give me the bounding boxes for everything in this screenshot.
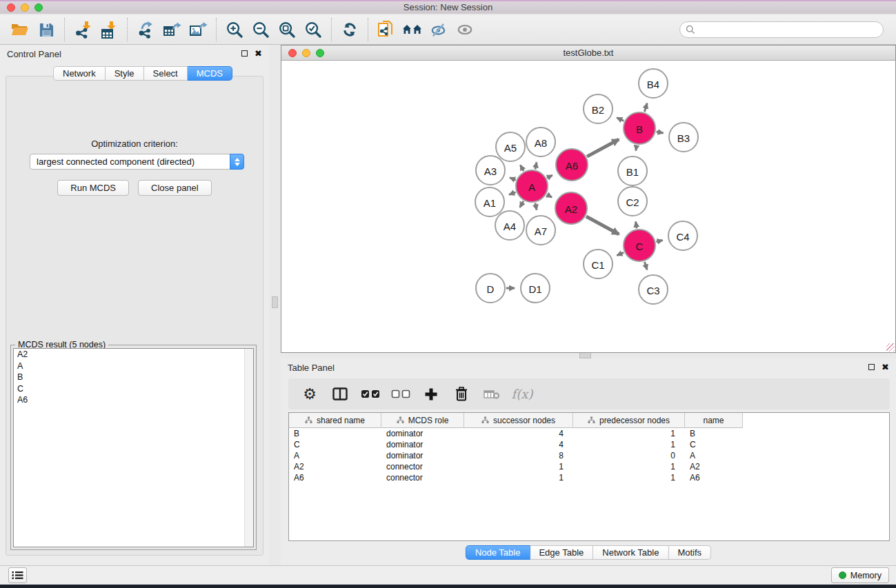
tab-style[interactable]: Style bbox=[106, 66, 144, 81]
show-columns-button[interactable] bbox=[330, 383, 350, 406]
edge-A-A4[interactable] bbox=[520, 201, 524, 207]
list-item[interactable]: A bbox=[14, 361, 253, 372]
tab-mcds[interactable]: MCDS bbox=[188, 66, 232, 81]
mcds-result-list[interactable]: A2 A B C A6 bbox=[13, 348, 254, 547]
column-header-name[interactable]: name bbox=[685, 413, 743, 428]
horizontal-splitter-handle[interactable] bbox=[579, 352, 591, 358]
table-row[interactable]: A dominator 8 0 A bbox=[289, 450, 889, 461]
edge-A-A7[interactable] bbox=[535, 203, 537, 210]
tab-network-table[interactable]: Network Table bbox=[593, 545, 668, 560]
network-minimize-button[interactable] bbox=[302, 49, 310, 57]
table-row[interactable]: A2 connector 1 1 A2 bbox=[289, 461, 889, 472]
show-graphics-button[interactable] bbox=[452, 17, 478, 42]
close-window-button[interactable] bbox=[7, 3, 15, 12]
home-icon bbox=[402, 23, 423, 37]
save-session-button[interactable] bbox=[33, 17, 59, 42]
tab-edge-table[interactable]: Edge Table bbox=[530, 545, 593, 560]
export-image-button[interactable] bbox=[185, 17, 211, 42]
zoom-in-button[interactable] bbox=[221, 17, 248, 42]
column-header-predecessor-nodes[interactable]: predecessor nodes bbox=[573, 413, 685, 428]
trash-icon bbox=[455, 387, 468, 401]
maximize-window-button[interactable] bbox=[34, 3, 43, 12]
network-graph: B4B2BB3B1A5A8A6A3AA1A2C2A4A7C4CC1C3DD1 bbox=[281, 61, 895, 353]
export-table-button[interactable] bbox=[159, 17, 185, 42]
column-header-shared-name[interactable]: shared name bbox=[289, 413, 381, 428]
edge-B-B1[interactable] bbox=[636, 145, 637, 151]
node-label-B2: B2 bbox=[592, 104, 604, 116]
close-panel-icon[interactable]: ✖ bbox=[255, 50, 262, 57]
import-table-button[interactable] bbox=[96, 17, 122, 42]
tab-motifs[interactable]: Motifs bbox=[668, 545, 711, 560]
unselect-all-columns-button[interactable] bbox=[390, 383, 411, 406]
export-network-button[interactable] bbox=[132, 17, 159, 42]
float-panel-icon[interactable] bbox=[241, 50, 248, 57]
optimization-criterion-dropdown[interactable]: largest connected component (directed) bbox=[30, 154, 244, 170]
edge-B-B2[interactable] bbox=[617, 118, 624, 121]
edge-C-C3[interactable] bbox=[645, 262, 648, 270]
edge-C-C1[interactable] bbox=[617, 252, 624, 255]
list-item[interactable]: B bbox=[14, 372, 253, 383]
zoom-out-button[interactable] bbox=[248, 17, 274, 42]
network-window-titlebar[interactable]: testGlobe.txt bbox=[281, 45, 895, 61]
list-item[interactable]: A6 bbox=[14, 394, 253, 406]
network-canvas[interactable]: B4B2BB3B1A5A8A6A3AA1A2C2A4A7C4CC1C3DD1 bbox=[281, 61, 895, 352]
select-all-columns-button[interactable] bbox=[360, 383, 381, 406]
network-close-button[interactable] bbox=[288, 49, 297, 57]
delete-column-button[interactable] bbox=[451, 383, 472, 406]
edge-A6-B[interactable] bbox=[587, 139, 619, 156]
edge-A2-C[interactable] bbox=[586, 216, 619, 234]
edge-A-A2[interactable] bbox=[547, 194, 552, 197]
memory-button[interactable]: Memory bbox=[831, 567, 889, 583]
table-settings-button[interactable]: ⚙ bbox=[299, 383, 320, 406]
close-panel-button[interactable]: Close panel bbox=[138, 180, 212, 196]
list-icon bbox=[12, 571, 23, 580]
tab-node-table[interactable]: Node Table bbox=[466, 545, 530, 560]
refresh-button[interactable] bbox=[337, 17, 363, 42]
network-maximize-button[interactable] bbox=[316, 49, 324, 57]
delete-table-button[interactable] bbox=[481, 383, 502, 406]
import-network-button[interactable] bbox=[70, 17, 96, 42]
edge-C-C2[interactable] bbox=[636, 222, 637, 229]
edge-A-A6[interactable] bbox=[547, 175, 552, 178]
edge-B-B4[interactable] bbox=[644, 103, 647, 112]
function-builder-button[interactable]: f(x) bbox=[512, 383, 532, 406]
vertical-splitter-handle[interactable] bbox=[272, 296, 278, 308]
hide-graphics-button[interactable] bbox=[426, 17, 452, 42]
create-column-button[interactable] bbox=[421, 383, 441, 406]
control-panel-tabs: Network Style Select MCDS bbox=[53, 66, 232, 81]
open-session-button[interactable] bbox=[7, 17, 33, 42]
zoom-selected-icon bbox=[305, 21, 322, 39]
task-history-button[interactable] bbox=[8, 567, 27, 583]
new-network-doc-icon bbox=[377, 20, 395, 39]
run-mcds-button[interactable]: Run MCDS bbox=[57, 180, 129, 196]
search-field[interactable] bbox=[679, 21, 884, 38]
edge-A-A1[interactable] bbox=[509, 192, 516, 195]
edge-A-A8[interactable] bbox=[535, 162, 537, 169]
zoom-fit-button[interactable] bbox=[274, 17, 300, 42]
table-row[interactable]: C dominator 4 1 C bbox=[289, 439, 889, 450]
node-label-A4: A4 bbox=[504, 221, 516, 232]
list-item[interactable]: C bbox=[14, 383, 253, 395]
column-header-successor-nodes[interactable]: successor nodes bbox=[464, 413, 573, 428]
new-network-from-selection-button[interactable] bbox=[373, 17, 399, 42]
minimize-window-button[interactable] bbox=[21, 3, 29, 12]
tab-network[interactable]: Network bbox=[53, 66, 106, 81]
edge-A-A3[interactable] bbox=[510, 178, 516, 180]
tab-select[interactable]: Select bbox=[144, 66, 188, 81]
close-panel-icon[interactable]: ✖ bbox=[882, 363, 889, 371]
column-header-mcds-role[interactable]: MCDS role bbox=[381, 413, 464, 428]
edge-B-B3[interactable] bbox=[657, 132, 664, 133]
home-button[interactable] bbox=[399, 17, 426, 42]
zoom-selected-button[interactable] bbox=[300, 17, 326, 42]
float-panel-icon[interactable] bbox=[868, 364, 875, 370]
export-network-icon bbox=[137, 21, 155, 39]
table-row[interactable]: B dominator 4 1 B bbox=[289, 428, 889, 439]
table-row[interactable]: A6 connector 1 1 A6 bbox=[289, 472, 889, 483]
dropdown-stepper[interactable] bbox=[230, 154, 244, 170]
edge-A-A5[interactable] bbox=[520, 165, 524, 171]
scrollbar-track[interactable] bbox=[244, 349, 253, 547]
edge-C-C4[interactable] bbox=[656, 241, 662, 242]
window-resize-grip[interactable] bbox=[886, 343, 895, 352]
list-item[interactable]: A2 bbox=[14, 349, 253, 361]
column-type-icon bbox=[481, 416, 489, 424]
